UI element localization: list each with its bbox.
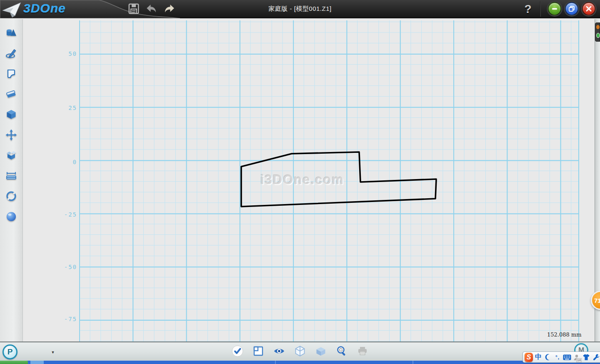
minimize-button[interactable] (548, 2, 561, 15)
sketch-pencil-icon[interactable] (4, 47, 18, 60)
p-dropdown-caret[interactable]: ▼ (50, 350, 56, 354)
layout-view-icon[interactable] (252, 344, 265, 358)
p-button[interactable]: P (2, 344, 18, 359)
axis-label: 50 (55, 50, 77, 57)
statusbar: P ▼ (0, 342, 600, 361)
help-button[interactable]: ? (522, 1, 534, 17)
docked-ball-icon[interactable] (595, 22, 600, 42)
wrench-icon[interactable] (592, 352, 600, 362)
chinese-mode-icon[interactable]: 中 (534, 352, 542, 362)
moon-icon[interactable] (544, 352, 552, 362)
windows-taskbar-sliver[interactable] (0, 361, 600, 364)
punctuation-icon[interactable]: °, (553, 352, 562, 362)
user-icon[interactable]: 14 (572, 352, 581, 362)
restore-icon (568, 5, 575, 12)
taskbar-segment (30, 361, 44, 364)
start-button-sliver[interactable] (0, 361, 28, 364)
window-title: 家庭版 - [模型001.Z1] (0, 5, 600, 13)
measurement-label: 152.088 mm (547, 332, 582, 338)
restore-button[interactable] (565, 2, 578, 15)
tool-sidebar (0, 19, 23, 342)
primitives-icon[interactable] (4, 27, 18, 39)
open-box-icon[interactable] (4, 149, 18, 162)
surface-icon[interactable] (4, 67, 18, 80)
keyboard-icon[interactable] (563, 352, 571, 362)
measure-icon[interactable] (4, 170, 18, 182)
wireframe-cube-icon[interactable] (294, 344, 306, 358)
shaded-cube-icon[interactable] (315, 344, 327, 358)
taskbar-separator (275, 361, 276, 364)
axis-label: -25 (55, 211, 77, 218)
docked-green-dot (596, 33, 600, 38)
visibility-eye-icon[interactable] (273, 344, 285, 358)
titlebar-divider (540, 1, 541, 17)
axis-label: -50 (55, 264, 77, 270)
user-count-badge: 14 (576, 358, 582, 362)
sogou-icon[interactable]: S (525, 352, 533, 362)
axis-label: 25 (55, 105, 77, 111)
eraser-icon[interactable] (4, 88, 18, 100)
ring-icon[interactable] (4, 190, 18, 202)
status-icon-row (231, 344, 369, 358)
skin-tshirt-icon[interactable] (582, 352, 590, 362)
material-sphere-icon[interactable] (4, 210, 18, 223)
3done-window: 3DOne 家庭版 - [模型001.Z1] ? (0, 0, 600, 364)
minimize-icon (551, 5, 558, 12)
close-button[interactable] (582, 2, 595, 15)
move-arrows-icon[interactable] (4, 129, 18, 141)
watermark: i3DOne.com (260, 172, 344, 187)
titlebar: 3DOne 家庭版 - [模型001.Z1] ? (0, 0, 600, 18)
close-icon (585, 5, 592, 12)
solid-cube-icon[interactable] (4, 108, 18, 121)
print-icon[interactable] (356, 344, 369, 358)
modeling-canvas[interactable]: 50 25 0 -25 -50 -75 i3DOne.com 152.088 m… (23, 19, 595, 342)
zoom-settings-icon[interactable] (335, 344, 348, 358)
taskbar-separator (412, 361, 413, 364)
axis-label: -75 (55, 316, 77, 322)
docked-orange-dot (596, 25, 600, 29)
confirm-check-icon[interactable] (231, 344, 244, 358)
axis-label: 0 (55, 159, 77, 165)
ime-toolbar: S 中 °, 14 (522, 352, 600, 363)
